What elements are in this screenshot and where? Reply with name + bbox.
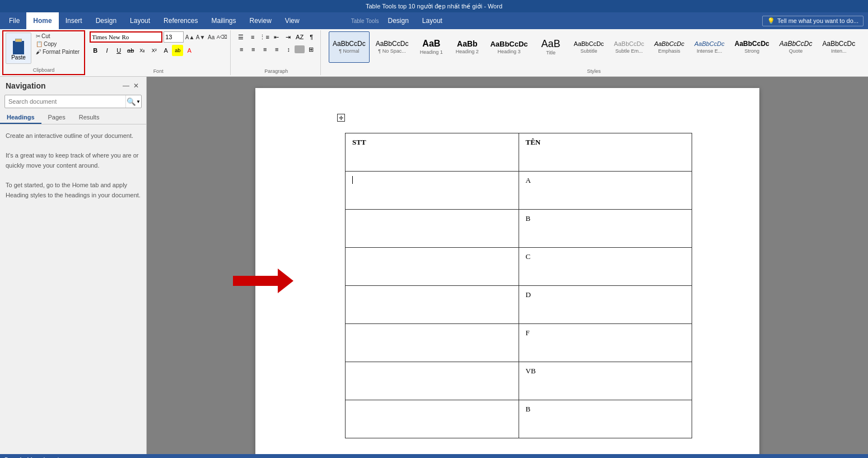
- align-right-button[interactable]: ≡: [259, 44, 270, 55]
- tab-home[interactable]: Home: [26, 12, 58, 29]
- decrease-font-button[interactable]: A▼: [195, 32, 206, 42]
- tab-review[interactable]: Review: [242, 12, 278, 29]
- font-size-input[interactable]: [164, 31, 184, 43]
- text-cursor: [352, 176, 353, 184]
- borders-button[interactable]: ⊞: [305, 44, 316, 55]
- shading-button[interactable]: [295, 45, 305, 53]
- paste-button[interactable]: Paste: [6, 33, 31, 64]
- font-family-input[interactable]: [90, 31, 162, 43]
- style-normal-preview: AaBbCcDc: [333, 40, 366, 47]
- style-normal[interactable]: AaBbCcDc ¶ Normal: [329, 31, 370, 63]
- document-area[interactable]: ✛ STT TÊN A: [147, 77, 868, 454]
- table-cell-stt-7[interactable]: [346, 400, 519, 438]
- multilevel-button[interactable]: ⋮≡: [259, 31, 270, 43]
- subscript-button[interactable]: X₂: [137, 45, 148, 56]
- tab-references[interactable]: References: [157, 12, 204, 29]
- style-quote-label: Quote: [789, 48, 803, 54]
- sort-button[interactable]: AZ: [294, 31, 305, 43]
- table-cell-ten-1[interactable]: A: [519, 172, 692, 210]
- style-normal-label: ¶ Normal: [339, 48, 359, 54]
- style-subtle-em[interactable]: AaBbCcDc Subtle Em...: [610, 31, 648, 63]
- bullets-button[interactable]: ☰: [235, 31, 246, 43]
- table-cell-ten-7[interactable]: B: [519, 400, 692, 438]
- nav-minimize-button[interactable]: —: [122, 81, 130, 90]
- style-h2-label: Heading 2: [456, 49, 479, 54]
- style-subtitle[interactable]: AaBbCcDc Subtitle: [570, 31, 608, 63]
- style-no-space[interactable]: AaBbCcDc ¶ No Spac...: [372, 31, 413, 63]
- justify-button[interactable]: ≡: [271, 44, 282, 55]
- strikethrough-button[interactable]: ab: [125, 45, 136, 56]
- cut-button[interactable]: ✂ Cut: [34, 33, 82, 40]
- font-color-button[interactable]: A: [184, 45, 195, 56]
- lightbulb-icon: 💡: [767, 17, 775, 25]
- tab-table-design[interactable]: Design: [381, 12, 416, 29]
- clear-format-button[interactable]: A⌫: [217, 32, 227, 42]
- tab-view[interactable]: View: [278, 12, 306, 29]
- style-intense2[interactable]: AaBbCcDc Inten...: [818, 31, 859, 63]
- tab-table-layout[interactable]: Layout: [416, 12, 449, 29]
- change-case-button[interactable]: Aa: [206, 32, 216, 42]
- table-cell-stt-3[interactable]: [346, 248, 519, 286]
- style-nospace-label: ¶ No Spac...: [378, 48, 405, 54]
- line-spacing-button[interactable]: ↕: [283, 44, 294, 55]
- table-row: VB: [346, 362, 692, 400]
- tab-layout[interactable]: Layout: [123, 12, 157, 29]
- nav-empty-line3: To get started, go to the Home tab and a…: [6, 181, 141, 200]
- show-marks-button[interactable]: ¶: [306, 31, 317, 43]
- main-layout: Navigation — ✕ 🔍 ▼ Headings Pages Result…: [0, 77, 868, 454]
- table-cell-ten-4[interactable]: D: [519, 286, 692, 324]
- tab-mailings[interactable]: Mailings: [204, 12, 242, 29]
- table-move-handle[interactable]: ✛: [337, 114, 345, 122]
- nav-close-button[interactable]: ✕: [132, 81, 141, 90]
- search-input[interactable]: [5, 98, 125, 105]
- style-heading2[interactable]: AaBb Heading 2: [450, 31, 484, 63]
- style-title[interactable]: AaB Title: [534, 31, 568, 63]
- format-painter-icon: 🖌: [36, 49, 41, 55]
- table-cell-stt-6[interactable]: [346, 362, 519, 400]
- format-painter-label: Format Painter: [43, 49, 80, 55]
- copy-button[interactable]: 📋 Copy: [34, 40, 82, 48]
- style-heading3[interactable]: AaBbCcDc Heading 3: [486, 31, 531, 63]
- style-intense-e[interactable]: AaBbCcDc Intense E...: [690, 31, 729, 63]
- nav-tab-headings[interactable]: Headings: [0, 112, 41, 124]
- increase-indent-button[interactable]: ⇥: [282, 31, 293, 43]
- table-cell-ten-3[interactable]: C: [519, 248, 692, 286]
- tab-file[interactable]: File: [2, 12, 26, 29]
- para-list-row: ☰ ≡ ⋮≡ ⇤ ⇥ AZ ¶: [235, 31, 317, 43]
- italic-button[interactable]: I: [101, 45, 113, 56]
- style-emphasis[interactable]: AaBbCcDc Emphasis: [650, 31, 688, 63]
- nav-tab-results[interactable]: Results: [72, 112, 106, 124]
- align-left-button[interactable]: ≡: [236, 44, 247, 55]
- underline-button[interactable]: U: [113, 45, 124, 56]
- tell-me-bar[interactable]: 💡 Tell me what you want to do...: [762, 16, 864, 26]
- increase-font-button[interactable]: A▲: [185, 32, 195, 42]
- style-strong-preview: AaBbCcDc: [735, 40, 769, 47]
- tab-design[interactable]: Design: [89, 12, 123, 29]
- nav-title: Navigation: [6, 81, 46, 90]
- ribbon-content: Paste ✂ Cut 📋 Copy 🖌 Format Painter Clip…: [0, 29, 868, 77]
- table-cell-stt-2[interactable]: [346, 210, 519, 248]
- nav-tab-pages[interactable]: Pages: [41, 112, 72, 124]
- table-cell-ten-2[interactable]: B: [519, 210, 692, 248]
- table-cell-ten-6[interactable]: VB: [519, 362, 692, 400]
- superscript-button[interactable]: X²: [148, 45, 160, 56]
- style-quote[interactable]: AaBbCcDc Quote: [776, 31, 816, 63]
- table-cell-stt-4[interactable]: [346, 286, 519, 324]
- decrease-indent-button[interactable]: ⇤: [270, 31, 282, 43]
- text-effects-button[interactable]: A: [160, 45, 171, 56]
- table-cell-stt-1[interactable]: [346, 172, 519, 210]
- align-center-button[interactable]: ≡: [248, 44, 259, 55]
- table-row: F: [346, 324, 692, 362]
- style-strong[interactable]: AaBbCcDc Strong: [731, 31, 773, 63]
- styles-label: Styles: [587, 67, 601, 74]
- style-subtle-preview: AaBbCcDc: [614, 41, 644, 47]
- search-button[interactable]: 🔍 ▼: [125, 95, 141, 108]
- tab-insert[interactable]: Insert: [59, 12, 89, 29]
- text-highlight-button[interactable]: ab: [172, 45, 183, 56]
- bold-button[interactable]: B: [90, 45, 101, 56]
- style-heading1[interactable]: AaB Heading 1: [414, 31, 448, 63]
- numbering-button[interactable]: ≡: [247, 31, 258, 43]
- table-cell-ten-5[interactable]: F: [519, 324, 692, 362]
- format-painter-button[interactable]: 🖌 Format Painter: [34, 48, 82, 55]
- table-cell-stt-5[interactable]: [346, 324, 519, 362]
